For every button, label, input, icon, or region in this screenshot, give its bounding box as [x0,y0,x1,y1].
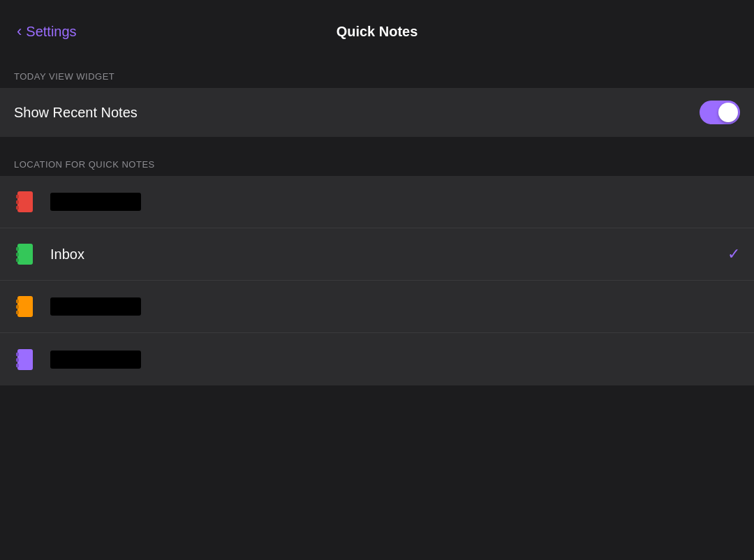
show-recent-notes-row[interactable]: Show Recent Notes [0,88,754,137]
notebook-icon-purple [14,347,39,372]
svg-rect-7 [16,258,19,262]
show-recent-notes-label: Show Recent Notes [14,105,138,121]
notebook-icon-green [14,242,39,267]
svg-rect-15 [16,364,19,367]
show-recent-notes-toggle[interactable] [700,101,740,124]
header: ‹ Settings Quick Notes [0,0,754,63]
svg-rect-14 [16,358,19,362]
notebook-name-redacted-4 [50,351,141,369]
back-chevron-icon: ‹ [17,24,22,39]
toggle-thumb [718,103,738,122]
section-separator [0,137,754,151]
svg-rect-13 [16,353,19,356]
today-widget-group: Show Recent Notes [0,88,754,137]
notebook-icon-red [14,189,39,214]
svg-rect-3 [16,206,19,209]
svg-rect-9 [16,300,19,303]
svg-rect-11 [16,311,19,314]
svg-rect-4 [17,244,33,265]
notebook-name-redacted-1 [50,193,141,211]
svg-rect-2 [16,200,19,204]
back-label: Settings [26,24,76,40]
list-item[interactable] [0,281,754,333]
toggle-track [700,101,740,124]
svg-rect-6 [16,253,19,256]
list-item[interactable] [0,333,754,385]
notebook-name-redacted-3 [50,297,141,316]
location-group: Inbox ✓ [0,176,754,385]
today-widget-section-header: TODAY VIEW WIDGET [0,63,754,88]
svg-rect-8 [17,296,33,317]
list-item[interactable]: Inbox ✓ [0,228,754,281]
svg-rect-10 [16,305,19,309]
notebook-icon-orange [14,294,39,319]
svg-rect-0 [17,191,33,212]
list-item[interactable] [0,176,754,228]
today-widget-section-label: TODAY VIEW WIDGET [14,71,114,82]
svg-rect-12 [17,349,33,370]
location-section-label: LOCATION FOR QUICK NOTES [14,159,155,170]
svg-rect-1 [16,195,19,198]
back-button[interactable]: ‹ Settings [17,24,77,40]
notebook-name-inbox: Inbox [50,246,716,263]
checkmark-icon: ✓ [727,245,740,263]
page-title: Quick Notes [337,24,418,40]
svg-rect-5 [16,247,19,251]
location-section-header: LOCATION FOR QUICK NOTES [0,151,754,176]
